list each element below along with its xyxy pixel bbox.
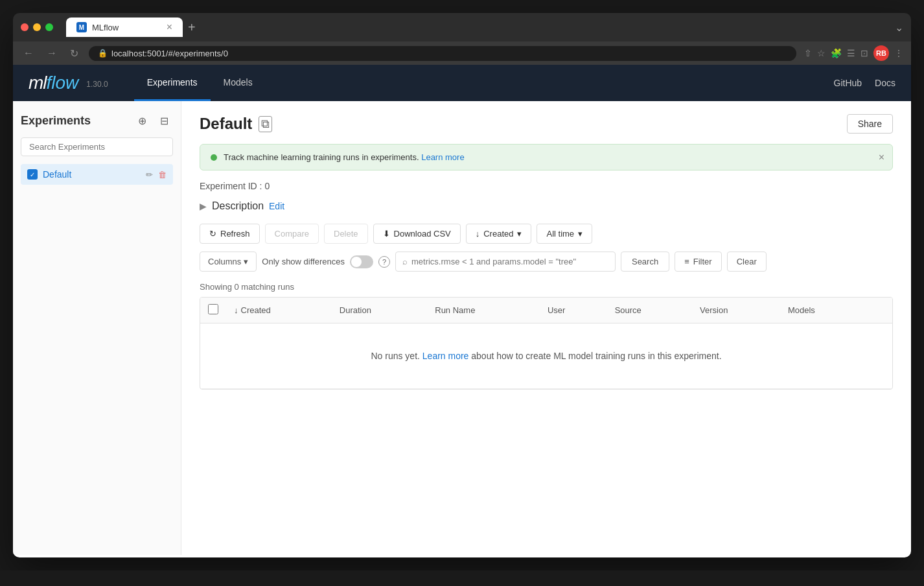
logo-flow: flow bbox=[47, 73, 79, 93]
sidebar: Experiments ⊕ ⊟ ✓ Default ✏ 🗑 bbox=[13, 101, 181, 555]
nav-experiments[interactable]: Experiments bbox=[134, 65, 211, 101]
download-csv-button[interactable]: ⬇ Download CSV bbox=[373, 224, 461, 244]
content-header: Default ⧉ Share bbox=[200, 114, 893, 134]
extension-button[interactable]: 🧩 bbox=[831, 48, 842, 58]
experiment-id-row: Experiment ID : 0 bbox=[200, 181, 893, 191]
info-text: Track machine learning training runs in … bbox=[224, 152, 465, 162]
logo-version: 1.30.0 bbox=[86, 80, 108, 89]
add-experiment-button[interactable]: ⊕ bbox=[133, 111, 151, 130]
share-browser-button[interactable]: ⇧ bbox=[804, 48, 812, 58]
nav-logo: mlflow 1.30.0 bbox=[29, 73, 108, 93]
profile-button[interactable]: RB bbox=[873, 45, 889, 61]
nav-docs[interactable]: Docs bbox=[875, 78, 895, 88]
description-edit-link[interactable]: Edit bbox=[269, 201, 284, 211]
col-header-duration[interactable]: Duration bbox=[340, 305, 419, 315]
toggle-knob bbox=[351, 257, 362, 267]
help-icon[interactable]: ? bbox=[378, 256, 390, 268]
refresh-icon: ↻ bbox=[209, 229, 216, 239]
tab-close-button[interactable]: × bbox=[167, 21, 172, 33]
runs-table-container: ↓ Created Duration bbox=[200, 297, 893, 390]
delete-button[interactable]: Delete bbox=[324, 224, 368, 244]
collapse-sidebar-button[interactable]: ⊟ bbox=[155, 111, 173, 130]
col-header-runname[interactable]: Run Name bbox=[435, 305, 532, 315]
col-header-created[interactable]: ↓ Created bbox=[234, 305, 324, 315]
created-sort-icon: ↓ bbox=[234, 305, 238, 315]
chevron-down-icon: ▾ bbox=[517, 229, 522, 239]
search-button[interactable]: Search bbox=[621, 252, 669, 272]
nav-models[interactable]: Models bbox=[211, 65, 266, 101]
browser-dots bbox=[21, 23, 53, 31]
all-time-chevron-icon: ▾ bbox=[578, 229, 583, 239]
col-header-version[interactable]: Version bbox=[700, 305, 772, 315]
experiment-item-default[interactable]: ✓ Default ✏ 🗑 bbox=[21, 164, 173, 185]
more-browser-button[interactable]: ⋮ bbox=[894, 48, 903, 58]
browser-addressbar: ← → ↻ 🔒 localhost:5001/#/experiments/0 ⇧… bbox=[13, 41, 911, 65]
experiment-delete-icon[interactable]: 🗑 bbox=[158, 170, 167, 180]
logo-text: mlflow bbox=[29, 73, 78, 93]
nav-links: Experiments Models bbox=[134, 65, 266, 101]
dot-green[interactable] bbox=[45, 23, 53, 31]
info-banner: Track machine learning training runs in … bbox=[200, 144, 893, 170]
dot-yellow[interactable] bbox=[33, 23, 41, 31]
select-all-checkbox[interactable] bbox=[208, 304, 218, 314]
content-title-row: Default ⧉ bbox=[200, 115, 272, 133]
col-header-user[interactable]: User bbox=[548, 305, 599, 315]
app-wrapper: mlflow 1.30.0 Experiments Models GitHub … bbox=[13, 65, 911, 557]
download-icon: ⬇ bbox=[383, 229, 390, 239]
description-row: ▶ Description Edit bbox=[200, 200, 893, 212]
browser-titlebar: M MLflow × + ⌄ bbox=[13, 13, 911, 41]
description-expand-icon[interactable]: ▶ bbox=[200, 201, 207, 211]
sort-icon: ↓ bbox=[476, 229, 480, 239]
reload-button[interactable]: ↻ bbox=[67, 46, 81, 61]
active-tab[interactable]: M MLflow × bbox=[66, 18, 183, 37]
columns-button[interactable]: Columns ▾ bbox=[200, 252, 257, 272]
new-tab-button[interactable]: + bbox=[188, 20, 196, 35]
created-sort-button[interactable]: ↓ Created ▾ bbox=[466, 224, 532, 244]
refresh-button[interactable]: ↻ Refresh bbox=[200, 224, 260, 244]
show-differences-toggle: Only show differences bbox=[262, 255, 373, 268]
search-experiments-input[interactable] bbox=[21, 137, 173, 156]
filter-search-input[interactable] bbox=[411, 257, 608, 266]
showing-runs-text: Showing 0 matching runs bbox=[200, 282, 893, 292]
empty-learn-more-link[interactable]: Learn more bbox=[422, 351, 469, 361]
filter-button[interactable]: ≡ Filter bbox=[675, 252, 721, 272]
banner-learn-more-link[interactable]: Learn more bbox=[421, 152, 464, 162]
toggle-switch[interactable] bbox=[350, 255, 373, 268]
compare-button[interactable]: Compare bbox=[265, 224, 319, 244]
tab-label: MLflow bbox=[92, 23, 119, 32]
search-field-container: ⌕ bbox=[395, 252, 616, 272]
app-nav: mlflow 1.30.0 Experiments Models GitHub … bbox=[13, 65, 911, 101]
tab-favicon: M bbox=[76, 22, 87, 32]
nav-github[interactable]: GitHub bbox=[834, 78, 862, 88]
address-bar[interactable]: 🔒 localhost:5001/#/experiments/0 bbox=[89, 46, 796, 61]
dot-red[interactable] bbox=[21, 23, 29, 31]
back-button[interactable]: ← bbox=[21, 46, 36, 60]
sidebar-browser-button[interactable]: ⊡ bbox=[860, 48, 868, 58]
clear-button[interactable]: Clear bbox=[727, 252, 767, 272]
description-label: Description bbox=[212, 200, 264, 212]
logo-ml: ml bbox=[29, 73, 47, 93]
experiment-checkbox[interactable]: ✓ bbox=[27, 169, 38, 180]
col-header-source[interactable]: Source bbox=[615, 305, 684, 315]
content-title: Default bbox=[200, 115, 252, 133]
toolbar: ↻ Refresh Compare Delete ⬇ Download CSV bbox=[200, 224, 893, 244]
col-header-models[interactable]: Models bbox=[788, 305, 859, 315]
banner-close-button[interactable]: × bbox=[879, 152, 884, 163]
sidebar-actions: ⊕ ⊟ bbox=[133, 111, 173, 130]
sidebar-title: Experiments bbox=[21, 114, 91, 128]
filter-row: Columns ▾ Only show differences ? ⌕ bbox=[200, 252, 893, 272]
browser-actions: ⇧ ☆ 🧩 ☰ ⊡ RB ⋮ bbox=[804, 45, 903, 61]
bookmark-button[interactable]: ☆ bbox=[817, 48, 826, 58]
copy-icon[interactable]: ⧉ bbox=[259, 116, 272, 132]
filter-icon: ≡ bbox=[684, 257, 689, 266]
experiment-name: Default bbox=[43, 169, 141, 180]
forward-button[interactable]: → bbox=[44, 46, 60, 60]
tab-more-button[interactable]: ⌄ bbox=[895, 21, 903, 34]
all-time-filter-button[interactable]: All time ▾ bbox=[537, 224, 592, 244]
columns-chevron-icon: ▾ bbox=[244, 257, 248, 266]
info-dot-icon bbox=[211, 154, 217, 161]
share-button[interactable]: Share bbox=[847, 114, 893, 134]
reading-list-button[interactable]: ☰ bbox=[847, 48, 855, 58]
experiment-edit-icon[interactable]: ✏ bbox=[146, 170, 153, 180]
lock-icon: 🔒 bbox=[98, 49, 108, 58]
